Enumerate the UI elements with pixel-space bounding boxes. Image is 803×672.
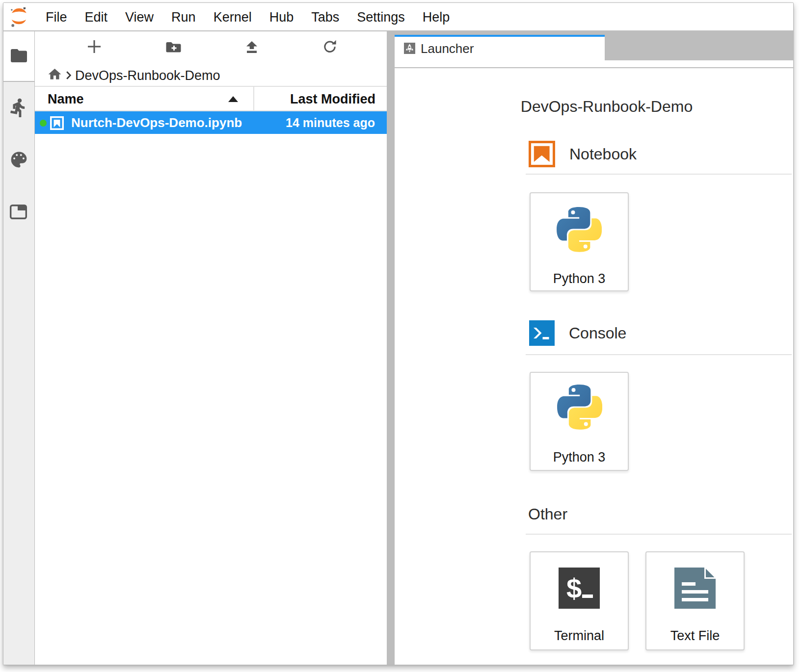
svg-text:$: $: [566, 573, 582, 604]
